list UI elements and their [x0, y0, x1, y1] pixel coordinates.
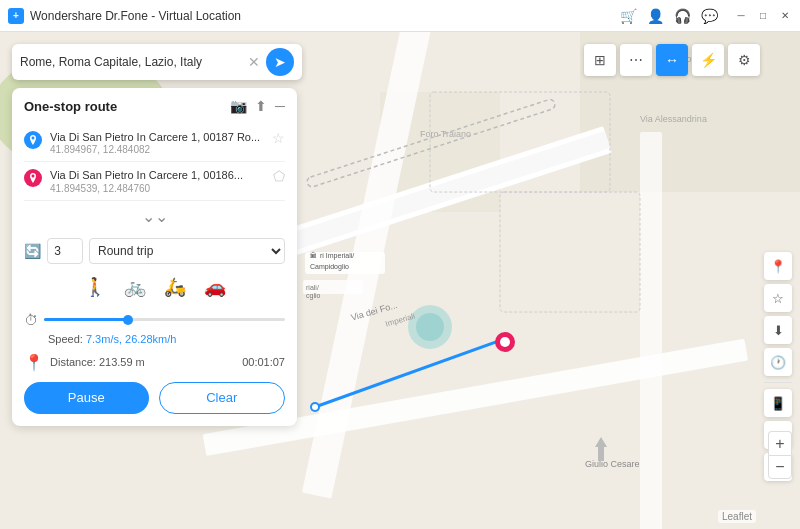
- speed-row: ⏱: [24, 310, 285, 330]
- action-buttons: Pause Clear: [24, 382, 285, 414]
- bicycle-icon[interactable]: 🚲: [118, 272, 152, 302]
- zoom-in-button[interactable]: +: [768, 431, 792, 455]
- panel-title: One-stop route: [24, 99, 117, 114]
- svg-rect-32: [598, 447, 604, 461]
- route-info-2: Via Di San Pietro In Carcere 1, 00186...…: [50, 168, 265, 193]
- svg-point-16: [416, 313, 444, 341]
- speed-fill: [44, 318, 128, 321]
- repeat-icon: 🔄: [24, 243, 41, 259]
- scooter-icon[interactable]: 🛵: [158, 272, 192, 302]
- route-marker-2: [24, 169, 42, 187]
- speed-value[interactable]: 7.3m/s, 26.28km/h: [86, 333, 177, 345]
- route-address-2: Via Di San Pietro In Carcere 1, 00186...: [50, 168, 265, 182]
- route-marker-1: [24, 131, 42, 149]
- transport-modes: 🚶 🚲 🛵 🚗: [24, 272, 285, 302]
- svg-point-19: [312, 404, 318, 410]
- svg-point-21: [500, 337, 510, 347]
- device-button[interactable]: 📱: [764, 389, 792, 417]
- svg-text:ri Imperiali/: ri Imperiali/: [320, 252, 354, 260]
- distance-icon: 📍: [24, 353, 44, 372]
- speedometer-icon: ⏱: [24, 312, 38, 328]
- panel-header-icons: 📷 ⬆ ─: [230, 98, 285, 114]
- maximize-button[interactable]: □: [756, 9, 770, 23]
- route-coords-2: 41.894539, 12.484760: [50, 183, 265, 194]
- search-input[interactable]: Rome, Roma Capitale, Lazio, Italy: [20, 55, 242, 69]
- distance-label: Distance: 213.59 m: [50, 356, 236, 368]
- zoom-controls: + −: [768, 431, 792, 479]
- history-button[interactable]: 🕐: [764, 348, 792, 376]
- leaflet-attribution: Leaflet: [718, 510, 756, 523]
- svg-text:Campidoglio: Campidoglio: [310, 263, 349, 271]
- svg-text:Via Alessandrina: Via Alessandrina: [640, 114, 707, 124]
- multi-tool-button[interactable]: ⚡: [692, 44, 724, 76]
- route-address-1: Via Di San Pietro In Carcere 1, 00187 Ro…: [50, 130, 264, 144]
- chevron-down-icon: ⌄⌄: [142, 208, 168, 225]
- svg-rect-14: [640, 132, 662, 529]
- svg-text:🏛: 🏛: [310, 251, 317, 259]
- star-button[interactable]: ☆: [764, 284, 792, 312]
- expand-row[interactable]: ⌄⌄: [24, 201, 285, 232]
- panel-header: One-stop route 📷 ⬆ ─: [24, 98, 285, 114]
- duration-label: 00:01:07: [242, 356, 285, 368]
- maps-pin-button[interactable]: 📍: [764, 252, 792, 280]
- route-item-2: Via Di San Pietro In Carcere 1, 00186...…: [24, 162, 285, 200]
- route-favorite-2[interactable]: ⬠: [273, 168, 285, 184]
- svg-text:Giulio Cesare: Giulio Cesare: [585, 459, 640, 469]
- route-item-1: Via Di San Pietro In Carcere 1, 00187 Ro…: [24, 124, 285, 162]
- round-trip-select[interactable]: Round trip One-way: [89, 238, 285, 264]
- settings-tool-button[interactable]: ⚙: [728, 44, 760, 76]
- speed-slider[interactable]: [44, 310, 285, 330]
- export-icon[interactable]: ⬆: [255, 98, 267, 114]
- download-button[interactable]: ⬇: [764, 316, 792, 344]
- car-icon[interactable]: 🚗: [198, 272, 232, 302]
- route-panel: One-stop route 📷 ⬆ ─ Via Di San Pietro I…: [12, 88, 297, 426]
- svg-text:riali/: riali/: [306, 284, 319, 291]
- titlebar: + Wondershare Dr.Fone - Virtual Location…: [0, 0, 800, 32]
- pause-button[interactable]: Pause: [24, 382, 149, 414]
- minimize-button[interactable]: ─: [734, 9, 748, 23]
- app-title: Wondershare Dr.Fone - Virtual Location: [30, 9, 614, 23]
- side-toolbar-divider: [764, 382, 792, 383]
- route-info-1: Via Di San Pietro In Carcere 1, 00187 Ro…: [50, 130, 264, 155]
- app-icon: +: [8, 8, 24, 24]
- speed-thumb[interactable]: [123, 315, 133, 325]
- zoom-out-button[interactable]: −: [768, 455, 792, 479]
- route-tool-button[interactable]: ↔: [656, 44, 688, 76]
- chat-icon[interactable]: 💬: [701, 8, 718, 24]
- map-toolbar-top: ⊞ ⋯ ↔ ⚡ ⚙: [584, 44, 760, 76]
- user-icon[interactable]: 👤: [647, 8, 664, 24]
- route-favorite-1[interactable]: ☆: [272, 130, 285, 146]
- search-bar: Rome, Roma Capitale, Lazio, Italy ✕ ➤: [12, 44, 302, 80]
- headset-icon[interactable]: 🎧: [674, 8, 691, 24]
- speed-track: [44, 318, 285, 321]
- walk-icon[interactable]: 🚶: [78, 272, 112, 302]
- dots-tool-button[interactable]: ⋯: [620, 44, 652, 76]
- minimize-panel-icon[interactable]: ─: [275, 98, 285, 114]
- window-controls: ─ □ ✕: [734, 9, 792, 23]
- route-coords-1: 41.894967, 12.484082: [50, 144, 264, 155]
- main-content: epolone di Gale... Popli... Colonnata Vi…: [0, 32, 800, 529]
- title-icon-group: 🛒 👤 🎧 💬: [620, 8, 718, 24]
- cart-icon[interactable]: 🛒: [620, 8, 637, 24]
- speed-label-row: Speed: 7.3m/s, 26.28km/h: [24, 333, 285, 345]
- go-button[interactable]: ➤: [266, 48, 294, 76]
- svg-text:cglio: cglio: [306, 292, 321, 300]
- close-button[interactable]: ✕: [778, 9, 792, 23]
- grid-tool-button[interactable]: ⊞: [584, 44, 616, 76]
- clear-search-button[interactable]: ✕: [248, 55, 260, 69]
- camera-icon[interactable]: 📷: [230, 98, 247, 114]
- distance-row: 📍 Distance: 213.59 m 00:01:07: [24, 353, 285, 372]
- clear-button[interactable]: Clear: [159, 382, 286, 414]
- repeat-controls: 🔄 Round trip One-way: [24, 238, 285, 264]
- repeat-input[interactable]: [47, 238, 83, 264]
